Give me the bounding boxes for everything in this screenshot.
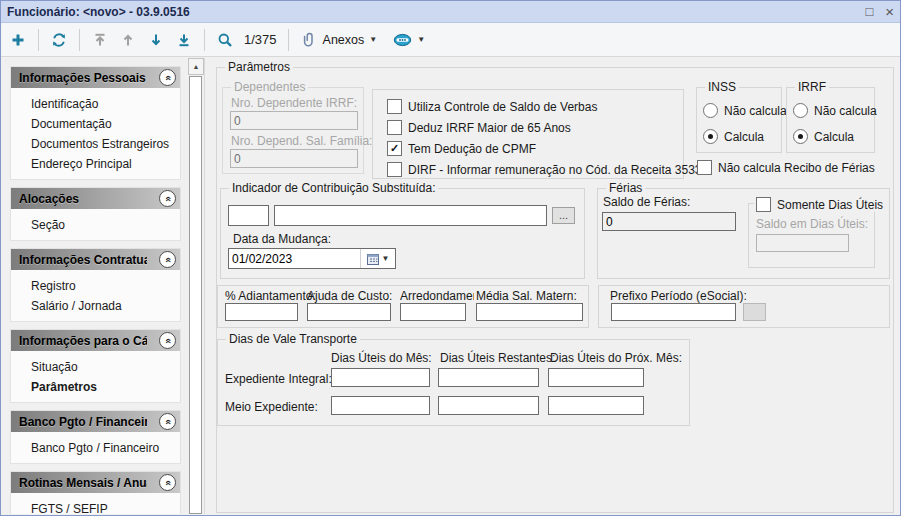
checkbox-label: Deduz IRRF Maior de 65 Anos xyxy=(408,121,571,135)
checkbox-dirf-receita-3533[interactable]: DIRF - Informar remuneração no Cód. da R… xyxy=(387,162,701,177)
meio-expediente-dias-restantes-field[interactable] xyxy=(438,396,539,415)
search-button[interactable] xyxy=(214,30,236,50)
groupbox-caption: Indicador de Contribuição Substituída: xyxy=(229,181,438,195)
groupbox-inss: INSS Não calcula Calcula xyxy=(696,87,782,153)
sidebar-item-endereco-principal[interactable]: Endereço Principal xyxy=(11,154,180,174)
calendar-dropdown-button[interactable]: ▼ xyxy=(360,249,395,268)
chevron-down-icon: ▼ xyxy=(369,36,377,44)
refresh-button[interactable] xyxy=(48,30,70,50)
group-header-rotinas-mensais[interactable]: Rotinas Mensais / Anuais « xyxy=(11,472,180,493)
group-header-informacoes-pessoais[interactable]: Informações Pessoais « xyxy=(11,67,180,88)
indicador-browse-button[interactable]: ... xyxy=(552,207,575,224)
collapse-icon[interactable]: « xyxy=(159,251,176,268)
sidebar-item-documentacao[interactable]: Documentação xyxy=(11,114,180,134)
meio-expediente-dias-prox-mes-field[interactable] xyxy=(548,396,644,415)
scroll-up-icon[interactable]: ▲ xyxy=(188,58,204,75)
indicador-descricao-field[interactable] xyxy=(274,205,547,226)
checkbox-nao-calcula-recibo-ferias[interactable]: Não calcula Recibo de Férias xyxy=(697,160,875,175)
sidebar-scrollbar[interactable]: ▲ xyxy=(188,58,205,514)
group-header-alocacoes[interactable]: Alocações « xyxy=(11,188,180,209)
group-header-informacoes-contratuais[interactable]: Informações Contratuais « xyxy=(11,249,180,270)
sidebar-item-situacao[interactable]: Situação xyxy=(11,357,180,377)
nro-dependente-irrf-label: Nro. Dependente IRRF: xyxy=(231,97,357,110)
collapse-icon[interactable]: « xyxy=(159,69,176,86)
groupbox-caption: INSS xyxy=(705,80,739,94)
previous-record-button[interactable] xyxy=(117,30,139,50)
media-sal-matern-field[interactable] xyxy=(476,303,583,321)
nro-depend-sal-familia-field xyxy=(230,149,358,168)
expediente-integral-dias-prox-mes-field[interactable] xyxy=(548,368,644,387)
checkbox-box xyxy=(387,120,402,135)
groupbox-caption: Dias de Vale Transporte xyxy=(226,332,360,346)
sidebar-item-salario-jornada[interactable]: Salário / Jornada xyxy=(11,296,180,316)
radio-inss-nao-calcula[interactable]: Não calcula xyxy=(703,103,787,118)
checkbox-tem-deducao-cpmf[interactable]: Tem Dedução de CPMF xyxy=(387,141,536,156)
window-title: Funcionário: <novo> - 03.9.0516 xyxy=(7,5,190,19)
sidebar-item-identificacao[interactable]: Identificação xyxy=(11,94,180,114)
group-header-banco-pgto[interactable]: Banco Pgto / Financeiro « xyxy=(11,411,180,432)
arredondamento-field[interactable] xyxy=(400,303,466,321)
expediente-integral-dias-mes-field[interactable] xyxy=(331,368,430,387)
nro-dependente-irrf-field xyxy=(230,111,358,130)
sidebar: Informações Pessoais « Identificação Doc… xyxy=(2,58,187,514)
indicador-codigo-field[interactable] xyxy=(228,205,269,226)
ajuda-custo-field[interactable] xyxy=(307,303,391,321)
meio-expediente-label: Meio Expediente: xyxy=(225,401,318,414)
checkbox-deduz-irrf-65[interactable]: Deduz IRRF Maior de 65 Anos xyxy=(387,120,571,135)
radio-inss-calcula[interactable]: Calcula xyxy=(703,129,764,144)
anexos-button[interactable]: Anexos ▼ xyxy=(298,29,381,50)
checkbox-utiliza-controle-saldo-verbas[interactable]: Utiliza Controle de Saldo de Verbas xyxy=(387,99,597,114)
collapse-icon[interactable]: « xyxy=(159,413,176,430)
groupbox-irrf: IRRF Não calcula Calcula xyxy=(786,87,875,153)
add-record-button[interactable] xyxy=(7,30,29,50)
maximize-icon[interactable]: □ xyxy=(865,5,873,18)
toolbar-menu-button[interactable]: ▼ xyxy=(390,30,428,50)
calendar-icon xyxy=(367,253,379,265)
collapse-icon[interactable]: « xyxy=(159,474,176,491)
adiantamento-field[interactable] xyxy=(225,303,298,321)
collapse-icon[interactable]: « xyxy=(159,190,176,207)
checkbox-label: Utiliza Controle de Saldo de Verbas xyxy=(408,100,597,114)
expediente-integral-dias-restantes-field[interactable] xyxy=(438,368,539,387)
saldo-ferias-field[interactable] xyxy=(602,212,736,231)
collapse-icon[interactable]: « xyxy=(159,332,176,349)
last-record-icon xyxy=(176,32,192,48)
checkbox-label: Tem Dedução de CPMF xyxy=(408,142,536,156)
prefixo-periodo-button xyxy=(743,303,766,321)
sidebar-item-registro[interactable]: Registro xyxy=(11,276,180,296)
data-mudanca-field[interactable] xyxy=(229,249,360,268)
sidebar-item-parametros[interactable]: Parâmetros xyxy=(11,377,180,397)
sidebar-item-documentos-estrangeiros[interactable]: Documentos Estrangeiros xyxy=(11,134,180,154)
first-record-button[interactable] xyxy=(89,30,111,50)
sidebar-group-informacoes-contratuais: Informações Contratuais « Registro Salár… xyxy=(10,248,181,322)
radio-label: Não calcula xyxy=(814,104,877,118)
sidebar-item-banco-pgto-financeiro[interactable]: Banco Pgto / Financeiro xyxy=(11,438,180,458)
groupbox-dependentes: Dependentes Nro. Dependente IRRF: Nro. D… xyxy=(222,87,364,174)
prefixo-periodo-label: Prefixo Período (eSocial): xyxy=(610,290,747,303)
prefixo-periodo-field[interactable] xyxy=(611,303,736,321)
first-record-icon xyxy=(92,32,108,48)
arredondamento-label: Arredondamento: xyxy=(400,290,474,303)
toolbar-separator xyxy=(288,29,289,51)
col-header-dias-uteis-mes: Dias Úteis do Mês: xyxy=(331,352,432,365)
group-header-informacoes-calculo[interactable]: Informações para o Cálculo « xyxy=(11,330,180,351)
last-record-button[interactable] xyxy=(173,30,195,50)
sidebar-item-fgts-sefip[interactable]: FGTS / SEFIP xyxy=(11,499,180,514)
radio-button xyxy=(793,103,808,118)
sidebar-group-banco-pgto: Banco Pgto / Financeiro « Banco Pgto / F… xyxy=(10,410,181,464)
sidebar-group-alocacoes: Alocações « Seção xyxy=(10,187,181,241)
next-record-button[interactable] xyxy=(145,30,167,50)
down-arrow-icon xyxy=(148,32,164,48)
data-mudanca-label: Data da Mudança: xyxy=(233,233,331,246)
record-counter: 1/375 xyxy=(242,32,279,47)
meio-expediente-dias-mes-field[interactable] xyxy=(331,396,430,415)
data-mudanca-datepicker[interactable]: ▼ xyxy=(228,248,396,269)
sidebar-group-informacoes-calculo: Informações para o Cálculo « Situação Pa… xyxy=(10,329,181,403)
radio-irrf-nao-calcula[interactable]: Não calcula xyxy=(793,103,877,118)
sidebar-item-secao[interactable]: Seção xyxy=(11,215,180,235)
checkbox-somente-dias-uteis[interactable]: Somente Dias Úteis xyxy=(754,197,885,212)
radio-irrf-calcula[interactable]: Calcula xyxy=(793,129,854,144)
scrollbar-thumb[interactable] xyxy=(189,76,202,514)
groupbox-caption: Férias xyxy=(606,181,645,195)
close-icon[interactable]: × xyxy=(885,4,894,19)
